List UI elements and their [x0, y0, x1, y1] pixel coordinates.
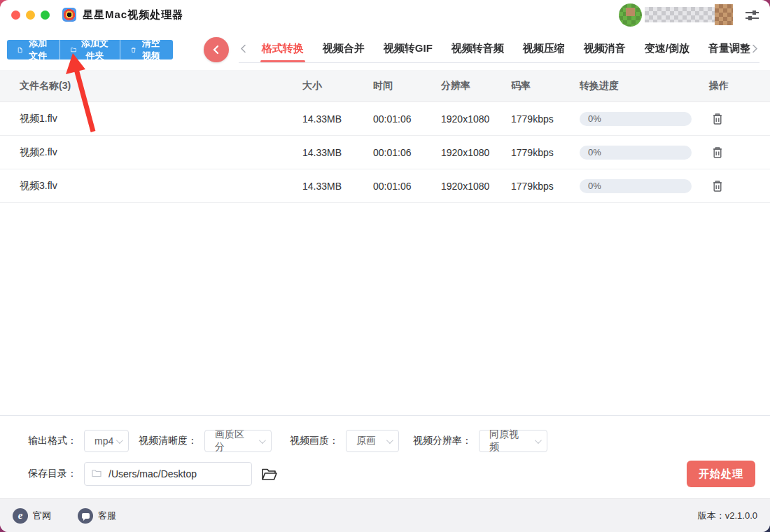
minimize-window-button[interactable] — [26, 10, 35, 20]
save-dir-field-wrap — [84, 462, 252, 486]
cell-time: 00:01:06 — [373, 113, 441, 125]
header-file-name: 文件名称(3) — [20, 80, 302, 92]
cell-size: 14.33MB — [302, 147, 373, 158]
settings-panel: 输出格式： mp4 视频清晰度： 画质区分 视频画质： 原画 视频分辨率： 同原… — [0, 415, 770, 498]
tab-speed-reverse[interactable]: 变速/倒放 — [645, 35, 690, 62]
header-action: 操作 — [709, 80, 770, 92]
delete-row-button[interactable] — [710, 178, 724, 194]
tab-volume-adjust[interactable]: 音量调整 — [708, 35, 750, 62]
cell-size: 14.33MB — [302, 181, 373, 192]
table-header: 文件名称(3) 大小 时间 分辨率 码率 转换进度 操作 — [0, 70, 770, 102]
trash-icon — [712, 146, 723, 159]
tabs-scroll-right-button[interactable] — [750, 44, 760, 53]
format-settings-row: 输出格式： mp4 视频清晰度： 画质区分 视频画质： 原画 视频分辨率： 同原… — [28, 430, 756, 452]
add-file-label: 添加文件 — [27, 40, 49, 59]
clarity-label: 视频清晰度： — [139, 435, 197, 447]
user-avatar[interactable] — [619, 4, 642, 27]
empty-table-area — [0, 203, 770, 415]
cell-bitrate: 1779kbps — [511, 147, 580, 158]
folder-icon — [71, 46, 76, 54]
folder-open-icon — [261, 468, 278, 481]
document-icon — [18, 46, 22, 55]
collapse-tabs-button[interactable] — [204, 37, 229, 62]
cell-resolution: 1920x1080 — [441, 181, 511, 192]
cell-file-name: 视频2.flv — [20, 146, 302, 159]
file-button-group: 添加文件 添加文件夹 清空视频 — [7, 40, 173, 59]
clear-videos-label: 清空视频 — [140, 40, 162, 59]
trash-icon — [712, 113, 723, 125]
cell-file-name: 视频1.flv — [20, 113, 302, 125]
header-time: 时间 — [373, 80, 441, 92]
quality-label: 视频画质： — [290, 435, 339, 447]
close-window-button[interactable] — [11, 10, 20, 20]
delete-row-button[interactable] — [710, 145, 724, 160]
progress-bar: 0% — [580, 112, 692, 126]
chevron-right-icon — [752, 44, 758, 53]
start-processing-button[interactable]: 开始处理 — [687, 461, 755, 487]
app-window: 星星Mac视频处理器 添加文件 添加文件夹 — [0, 0, 770, 532]
chevron-down-icon — [535, 437, 542, 444]
settings-sliders-icon[interactable] — [746, 10, 759, 20]
save-dir-input[interactable] — [84, 462, 252, 486]
cell-file-name: 视频3.flv — [20, 180, 302, 192]
tab-video-merge[interactable]: 视频合并 — [323, 35, 365, 62]
table-row: 视频1.flv 14.33MB 00:01:06 1920x1080 1779k… — [0, 102, 770, 136]
header-progress: 转换进度 — [580, 80, 709, 92]
app-title: 星星Mac视频处理器 — [83, 8, 183, 22]
version-text: 版本：v2.1.0.0 — [698, 510, 757, 522]
cell-size: 14.33MB — [302, 113, 373, 125]
tab-strip: 格式转换 视频合并 视频转GIF 视频转音频 视频压缩 视频消音 变速/倒放 音… — [239, 29, 760, 63]
clarity-select[interactable]: 画质区分 — [204, 430, 272, 452]
save-dir-label: 保存目录： — [28, 468, 77, 480]
add-file-button[interactable]: 添加文件 — [7, 40, 59, 59]
cell-time: 00:01:06 — [373, 181, 441, 192]
clear-videos-button[interactable]: 清空视频 — [120, 40, 173, 59]
zoom-window-button[interactable] — [41, 10, 50, 20]
resolution-label: 视频分辨率： — [413, 435, 472, 447]
trash-icon — [131, 46, 136, 55]
browse-folder-button[interactable] — [261, 468, 278, 481]
cell-resolution: 1920x1080 — [441, 113, 511, 125]
output-format-label: 输出格式： — [28, 435, 77, 447]
tab-format-convert[interactable]: 格式转换 — [262, 35, 304, 62]
chevron-down-icon — [116, 437, 123, 444]
user-badge-redacted — [715, 4, 733, 25]
cell-time: 00:01:06 — [373, 147, 441, 158]
traffic-lights — [11, 10, 50, 20]
website-icon: e — [13, 508, 28, 524]
chat-bubble-icon — [78, 508, 93, 524]
customer-service-link[interactable]: 客服 — [78, 508, 116, 524]
header-resolution: 分辨率 — [441, 80, 511, 92]
table-row: 视频2.flv 14.33MB 00:01:06 1920x1080 1779k… — [0, 136, 770, 169]
tab-video-to-audio[interactable]: 视频转音频 — [451, 35, 504, 62]
chevron-down-icon — [259, 437, 266, 444]
save-dir-row: 保存目录： 开始处理 — [28, 461, 756, 487]
tab-video-compress[interactable]: 视频压缩 — [523, 35, 565, 62]
trash-icon — [712, 180, 723, 192]
delete-row-button[interactable] — [710, 111, 724, 127]
add-folder-button[interactable]: 添加文件夹 — [59, 40, 119, 59]
cell-resolution: 1920x1080 — [441, 147, 511, 158]
table-row: 视频3.flv 14.33MB 00:01:06 1920x1080 1779k… — [0, 169, 770, 203]
quality-select[interactable]: 原画 — [346, 430, 399, 452]
toolbar-row: 添加文件 添加文件夹 清空视频 — [0, 29, 770, 70]
app-logo-icon — [62, 8, 76, 22]
tabs: 格式转换 视频合并 视频转GIF 视频转音频 视频压缩 视频消音 变速/倒放 音… — [262, 35, 750, 62]
folder-icon — [92, 469, 102, 477]
chevron-left-icon — [240, 44, 246, 53]
chevron-left-icon — [213, 45, 220, 55]
header-size: 大小 — [302, 80, 373, 92]
progress-bar: 0% — [580, 179, 692, 193]
support-label: 客服 — [98, 510, 116, 522]
header-bitrate: 码率 — [511, 80, 580, 92]
official-site-link[interactable]: e 官网 — [13, 508, 51, 524]
output-format-select[interactable]: mp4 — [84, 430, 129, 452]
username-redacted — [645, 7, 715, 22]
tabs-scroll-left-button[interactable] — [239, 44, 248, 53]
tab-video-mute[interactable]: 视频消音 — [584, 35, 626, 62]
titlebar: 星星Mac视频处理器 — [0, 0, 770, 29]
titlebar-right — [619, 4, 759, 27]
resolution-select[interactable]: 同原视频 — [479, 430, 547, 452]
chevron-down-icon — [386, 437, 393, 444]
tab-video-to-gif[interactable]: 视频转GIF — [384, 35, 433, 62]
